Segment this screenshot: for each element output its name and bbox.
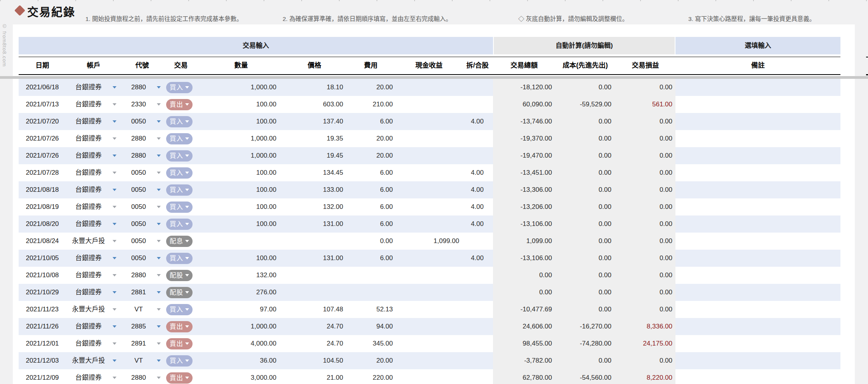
chevron-down-icon[interactable] bbox=[113, 360, 116, 362]
fee-cell[interactable]: 6.00 bbox=[345, 164, 396, 181]
trade-type-pill[interactable]: 賣出 bbox=[166, 372, 193, 384]
notes-cell[interactable] bbox=[675, 164, 840, 181]
trade-type-pill[interactable]: 配息 bbox=[166, 236, 193, 247]
chevron-down-icon[interactable] bbox=[157, 342, 161, 345]
account-cell[interactable]: 台銀證券 bbox=[66, 147, 121, 164]
chevron-down-icon[interactable] bbox=[113, 325, 116, 328]
chevron-down-icon[interactable] bbox=[157, 274, 161, 276]
split-cell[interactable]: 4.00 bbox=[462, 164, 493, 181]
code-cell[interactable]: 0050 bbox=[121, 113, 163, 130]
cash-income-cell[interactable] bbox=[396, 250, 462, 267]
cash-income-cell[interactable] bbox=[396, 335, 462, 352]
price-cell[interactable]: 133.00 bbox=[283, 181, 345, 198]
notes-cell[interactable] bbox=[675, 198, 840, 215]
trade-type-pill[interactable]: 配股 bbox=[166, 287, 193, 298]
notes-cell[interactable] bbox=[675, 352, 840, 369]
price-cell[interactable]: 21.00 bbox=[283, 369, 345, 384]
quantity-cell[interactable]: 100.00 bbox=[199, 181, 283, 198]
trade-type-pill[interactable]: 賣出 bbox=[166, 99, 193, 110]
trade-type-pill[interactable]: 買入 bbox=[166, 167, 193, 179]
account-cell[interactable]: 台銀證券 bbox=[66, 79, 121, 96]
trade-type-pill[interactable]: 配股 bbox=[166, 270, 193, 281]
date-cell[interactable]: 2021/07/26 bbox=[19, 130, 66, 147]
quantity-cell[interactable]: 3,000.00 bbox=[199, 369, 283, 384]
price-cell[interactable]: 19.35 bbox=[283, 130, 345, 147]
cash-income-cell[interactable] bbox=[396, 130, 462, 147]
trade-type-pill[interactable]: 賣出 bbox=[166, 321, 193, 332]
notes-cell[interactable] bbox=[675, 284, 840, 301]
split-cell[interactable]: 4.00 bbox=[462, 198, 493, 215]
trade-type-pill[interactable]: 買入 bbox=[166, 184, 193, 196]
chevron-down-icon[interactable] bbox=[157, 308, 161, 311]
code-cell[interactable]: 0050 bbox=[121, 198, 163, 215]
date-cell[interactable]: 2021/07/28 bbox=[19, 164, 66, 181]
split-cell[interactable]: 4.00 bbox=[462, 181, 493, 198]
fee-cell[interactable]: 20.00 bbox=[345, 352, 396, 369]
code-cell[interactable]: 2330 bbox=[121, 96, 163, 113]
price-cell[interactable]: 603.00 bbox=[283, 96, 345, 113]
fee-cell[interactable]: 210.00 bbox=[345, 96, 396, 113]
fee-cell[interactable]: 6.00 bbox=[345, 198, 396, 215]
date-cell[interactable]: 2021/07/26 bbox=[19, 147, 66, 164]
account-cell[interactable]: 台銀證券 bbox=[66, 215, 121, 233]
account-cell[interactable]: 台銀證券 bbox=[66, 335, 121, 352]
split-cell[interactable] bbox=[462, 267, 493, 284]
quantity-cell[interactable]: 100.00 bbox=[199, 250, 283, 267]
split-cell[interactable] bbox=[462, 79, 493, 96]
chevron-down-icon[interactable] bbox=[113, 172, 116, 174]
split-cell[interactable] bbox=[462, 369, 493, 384]
quantity-cell[interactable]: 132.00 bbox=[199, 267, 283, 284]
account-cell[interactable]: 台銀證券 bbox=[66, 369, 121, 384]
code-cell[interactable]: 2885 bbox=[121, 318, 163, 335]
date-cell[interactable]: 2021/06/18 bbox=[19, 79, 66, 96]
chevron-down-icon[interactable] bbox=[113, 206, 116, 208]
trade-type-pill[interactable]: 買入 bbox=[166, 133, 193, 144]
account-cell[interactable]: 台銀證券 bbox=[66, 130, 121, 147]
fee-cell[interactable] bbox=[345, 267, 396, 284]
fee-cell[interactable]: 0.00 bbox=[345, 233, 396, 250]
quantity-cell[interactable]: 100.00 bbox=[199, 215, 283, 233]
cash-income-cell[interactable] bbox=[396, 198, 462, 215]
split-cell[interactable] bbox=[462, 233, 493, 250]
fee-cell[interactable]: 20.00 bbox=[345, 147, 396, 164]
chevron-down-icon[interactable] bbox=[157, 291, 161, 294]
quantity-cell[interactable]: 36.00 bbox=[199, 352, 283, 369]
fee-cell[interactable]: 6.00 bbox=[345, 113, 396, 130]
date-cell[interactable]: 2021/08/18 bbox=[19, 181, 66, 198]
account-cell[interactable]: 台銀證券 bbox=[66, 198, 121, 215]
chevron-down-icon[interactable] bbox=[157, 172, 161, 174]
chevron-down-icon[interactable] bbox=[113, 308, 116, 311]
notes-cell[interactable] bbox=[675, 79, 840, 96]
date-cell[interactable]: 2021/08/19 bbox=[19, 198, 66, 215]
split-cell[interactable] bbox=[462, 284, 493, 301]
chevron-down-icon[interactable] bbox=[157, 257, 161, 259]
price-cell[interactable]: 132.00 bbox=[283, 198, 345, 215]
price-cell[interactable] bbox=[283, 284, 345, 301]
chevron-down-icon[interactable] bbox=[157, 103, 161, 106]
fee-cell[interactable]: 220.00 bbox=[345, 369, 396, 384]
code-cell[interactable]: 0050 bbox=[121, 215, 163, 233]
account-cell[interactable]: 永豐大戶投 bbox=[66, 301, 121, 318]
trade-type-pill[interactable]: 買入 bbox=[166, 116, 193, 127]
code-cell[interactable]: 2880 bbox=[121, 147, 163, 164]
cash-income-cell[interactable] bbox=[396, 164, 462, 181]
cash-income-cell[interactable]: 1,099.00 bbox=[396, 233, 462, 250]
fee-cell[interactable]: 345.00 bbox=[345, 335, 396, 352]
fee-cell[interactable]: 20.00 bbox=[345, 130, 396, 147]
chevron-down-icon[interactable] bbox=[113, 257, 116, 259]
price-cell[interactable]: 19.45 bbox=[283, 147, 345, 164]
cash-income-cell[interactable] bbox=[396, 267, 462, 284]
notes-cell[interactable] bbox=[675, 113, 840, 130]
chevron-down-icon[interactable] bbox=[113, 189, 116, 191]
date-cell[interactable]: 2021/10/05 bbox=[19, 250, 66, 267]
fee-cell[interactable] bbox=[345, 284, 396, 301]
trade-type-pill[interactable]: 買入 bbox=[166, 82, 193, 93]
chevron-down-icon[interactable] bbox=[113, 155, 116, 157]
trade-type-pill[interactable]: 買入 bbox=[166, 304, 193, 315]
chevron-down-icon[interactable] bbox=[113, 274, 116, 276]
chevron-down-icon[interactable] bbox=[113, 377, 116, 379]
price-cell[interactable]: 137.40 bbox=[283, 113, 345, 130]
chevron-down-icon[interactable] bbox=[157, 137, 161, 140]
chevron-down-icon[interactable] bbox=[157, 240, 161, 242]
chevron-down-icon[interactable] bbox=[157, 155, 161, 157]
